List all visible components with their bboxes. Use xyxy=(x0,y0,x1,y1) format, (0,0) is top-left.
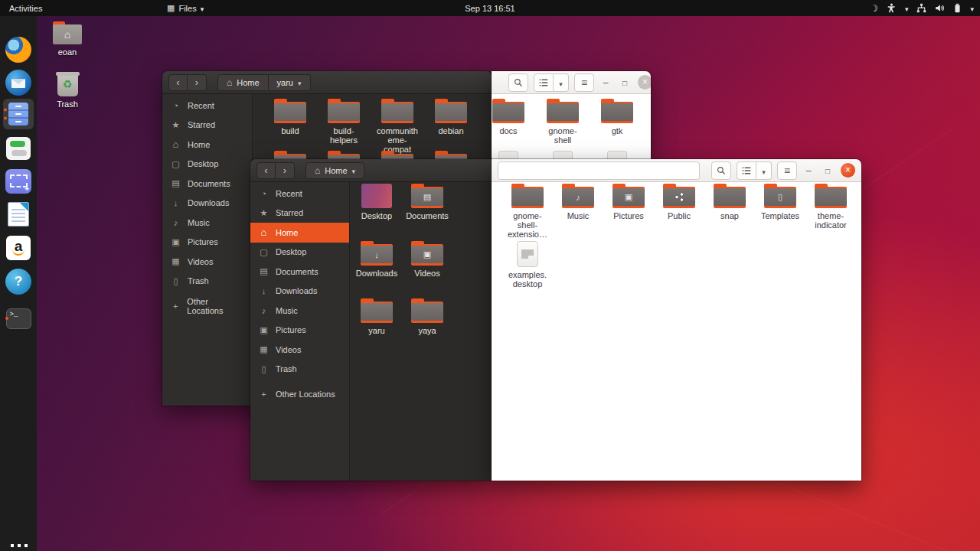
maximize-button[interactable] xyxy=(619,77,631,88)
sidebar-item-downloads[interactable]: Downloads xyxy=(162,194,252,214)
pictures-icon xyxy=(259,325,269,335)
sidebar-label: Recent xyxy=(276,189,302,198)
dock-item-firefox[interactable] xyxy=(5,36,32,64)
dock-item-libreoffice-writer[interactable] xyxy=(5,201,32,228)
sidebar-item-desktop[interactable]: Desktop xyxy=(250,243,349,262)
sidebar-item-documents[interactable]: Documents xyxy=(250,262,349,282)
sidebar-item-trash[interactable]: Trash xyxy=(250,360,349,380)
sidebar-item-other-locations[interactable]: Other Locations xyxy=(162,296,252,316)
file-label: gnome- shell xyxy=(548,126,577,145)
file-item-build-helpers[interactable]: build- helpers xyxy=(317,99,371,151)
file-item-debian[interactable]: debian xyxy=(424,99,478,151)
sidebar-label: Desktop xyxy=(188,159,218,168)
close-button[interactable] xyxy=(841,163,855,178)
file-item-templates[interactable]: Templates xyxy=(756,184,804,237)
list-view-button[interactable] xyxy=(737,161,756,180)
file-item-examples-desktop[interactable]: examples. desktop xyxy=(504,241,551,295)
file-item-music[interactable]: Music xyxy=(554,184,602,237)
sidebar: Recent Starred Home Desktop Documents Do… xyxy=(250,182,350,481)
sidebar-item-music[interactable]: Music xyxy=(162,213,252,233)
sidebar-label: Starred xyxy=(188,120,215,129)
sidebar-item-recent[interactable]: Recent xyxy=(250,184,349,204)
sidebar-item-music[interactable]: Music xyxy=(250,301,349,321)
minimize-button[interactable] xyxy=(599,77,612,88)
view-options-button[interactable] xyxy=(756,161,772,180)
hamburger-menu-button[interactable] xyxy=(777,161,797,180)
path-segment-home[interactable]: Home xyxy=(305,162,364,179)
file-list-area: docs gnome- shell gtk xyxy=(492,94,651,161)
chevron-down-icon xyxy=(352,166,356,175)
file-item-yaru[interactable]: yaru xyxy=(353,298,400,352)
dock-item-thunderbird[interactable] xyxy=(5,69,32,96)
sidebar-item-home-selected[interactable]: Home xyxy=(250,223,349,243)
forward-button[interactable] xyxy=(188,74,207,91)
search-button[interactable] xyxy=(711,161,731,180)
file-item-videos[interactable]: Videos xyxy=(403,241,451,295)
desktop-icon-trash[interactable]: ♻ Trash xyxy=(38,72,96,109)
dock-item-files[interactable] xyxy=(3,99,34,129)
file-item-documents[interactable]: Documents xyxy=(403,184,451,237)
forward-button[interactable] xyxy=(276,162,295,179)
file-item-public[interactable]: Public xyxy=(655,184,703,237)
dock-item-help[interactable]: ? xyxy=(5,268,32,295)
file-item-snap[interactable]: snap xyxy=(706,184,753,237)
app-menu-button[interactable]: Files xyxy=(167,3,204,13)
dock-item-show-applications[interactable] xyxy=(5,538,32,551)
file-item-pictures[interactable]: Pictures xyxy=(605,184,652,237)
sidebar-item-documents[interactable]: Documents xyxy=(162,174,252,194)
sidebar-item-desktop[interactable]: Desktop xyxy=(162,155,252,174)
file-item-docs[interactable]: docs xyxy=(492,99,525,151)
file-label: build- helpers xyxy=(330,126,358,145)
clock[interactable]: Sep 13 16:51 xyxy=(465,4,514,13)
dock-item-amazon[interactable]: a xyxy=(5,234,32,262)
desktop-wallpaper-icon xyxy=(361,184,392,208)
sidebar-item-other-locations[interactable]: Other Locations xyxy=(250,384,349,404)
documents-icon xyxy=(171,178,181,188)
location-entry[interactable] xyxy=(498,161,700,180)
file-item-desktop[interactable]: Desktop xyxy=(353,184,400,237)
desktop-icon xyxy=(259,247,269,257)
close-button[interactable] xyxy=(638,75,651,90)
file-item-gnome-shell-extensions[interactable]: gnome- shell- extensio… xyxy=(504,184,551,237)
search-button[interactable] xyxy=(508,73,528,92)
file-item-theme-indicator[interactable]: theme- indicator xyxy=(807,184,854,237)
list-view-button[interactable] xyxy=(534,73,554,92)
sidebar-label: Music xyxy=(188,218,210,227)
sidebar-item-videos[interactable]: Videos xyxy=(162,252,252,272)
path-segment-yaru[interactable]: yaru xyxy=(269,74,311,91)
path-segment-home[interactable]: Home xyxy=(217,74,269,91)
activities-button[interactable]: Activities xyxy=(9,4,42,13)
desktop-icon-eoan[interactable]: eoan xyxy=(38,21,96,57)
sidebar-label: Pictures xyxy=(188,237,218,246)
folder-icon xyxy=(361,241,393,266)
file-item-communitheme-compat[interactable]: communith eme- compat xyxy=(371,99,424,151)
file-item-gtk[interactable]: gtk xyxy=(600,99,634,151)
folder-icon xyxy=(815,184,847,208)
file-item-downloads[interactable]: Downloads xyxy=(353,241,400,295)
sidebar-item-videos[interactable]: Videos xyxy=(250,340,349,360)
writer-icon xyxy=(8,202,29,227)
hamburger-menu-button[interactable] xyxy=(574,73,594,92)
maximize-button[interactable] xyxy=(822,165,834,176)
sidebar-item-starred[interactable]: Starred xyxy=(250,204,349,223)
help-icon: ? xyxy=(5,269,31,295)
sidebar-item-pictures[interactable]: Pictures xyxy=(162,233,252,253)
sidebar-item-starred[interactable]: Starred xyxy=(162,116,252,135)
file-item-build[interactable]: build xyxy=(263,99,317,151)
dock-item-terminal[interactable]: >_ xyxy=(5,305,32,332)
minimize-button[interactable] xyxy=(802,165,815,176)
sidebar-item-trash[interactable]: Trash xyxy=(162,272,252,292)
back-button[interactable] xyxy=(168,74,188,91)
dock-item-screenshot[interactable] xyxy=(5,168,32,195)
view-options-button[interactable] xyxy=(554,73,569,92)
sidebar-item-downloads[interactable]: Downloads xyxy=(250,282,349,302)
sidebar-item-home[interactable]: Home xyxy=(162,135,252,155)
sidebar-item-pictures[interactable]: Pictures xyxy=(250,321,349,341)
dock-item-settings[interactable] xyxy=(5,135,32,162)
file-item-gnome-shell[interactable]: gnome- shell xyxy=(546,99,580,151)
sidebar-item-recent[interactable]: Recent xyxy=(162,96,252,116)
system-status-area[interactable] xyxy=(870,3,974,14)
back-button[interactable] xyxy=(256,162,276,179)
documents-icon xyxy=(259,266,269,276)
file-item-yaya[interactable]: yaya xyxy=(403,298,451,352)
